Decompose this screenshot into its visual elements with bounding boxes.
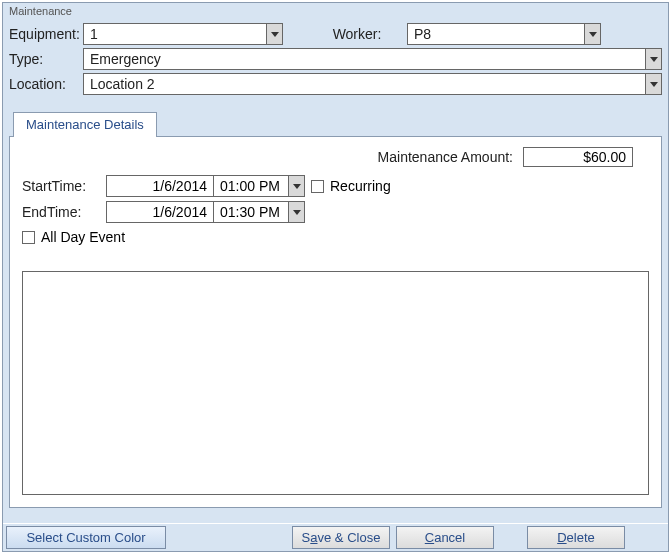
details-panel: Maintenance Amount: $60.00 StartTime: 1/… [9,136,662,508]
chevron-down-icon[interactable] [645,74,661,94]
header-section: Equipment: 1 Worker: P8 Type: Emergency … [3,20,668,104]
save-close-button[interactable]: Save & Close [292,526,390,549]
type-label: Type: [9,51,83,67]
amount-label: Maintenance Amount: [378,149,513,165]
start-time-input[interactable]: 01:00 PM [213,175,305,197]
chevron-down-icon[interactable] [645,49,661,69]
chevron-down-icon[interactable] [266,24,282,44]
select-custom-color-button[interactable]: Select Custom Color [6,526,166,549]
amount-input[interactable]: $60.00 [523,147,633,167]
end-time-input[interactable]: 01:30 PM [213,201,305,223]
tab-maintenance-details[interactable]: Maintenance Details [13,112,157,137]
endtime-label: EndTime: [22,204,106,220]
recurring-checkbox[interactable]: Recurring [311,178,391,194]
location-value: Location 2 [84,74,645,94]
allday-checkbox[interactable]: All Day Event [22,229,649,245]
end-date-input[interactable]: 1/6/2014 [106,201,213,223]
window-title: Maintenance [3,3,668,20]
content-area: Maintenance Details Maintenance Amount: … [9,112,662,511]
chevron-down-icon[interactable] [584,24,600,44]
footer-bar: Select Custom Color Save & Close Cancel … [3,523,668,551]
start-date-input[interactable]: 1/6/2014 [106,175,213,197]
delete-button[interactable]: Delete [527,526,625,549]
start-time-value: 01:00 PM [214,176,288,196]
location-label: Location: [9,76,83,92]
end-date-value: 1/6/2014 [107,202,213,222]
cancel-button[interactable]: Cancel [396,526,494,549]
allday-label: All Day Event [41,229,125,245]
worker-value: P8 [408,24,584,44]
equipment-label: Equipment: [9,26,83,42]
chevron-down-icon[interactable] [288,202,304,222]
location-combo[interactable]: Location 2 [83,73,662,95]
starttime-label: StartTime: [22,178,106,194]
checkbox-icon [311,180,324,193]
notes-textarea[interactable] [22,271,649,495]
end-time-value: 01:30 PM [214,202,288,222]
chevron-down-icon[interactable] [288,176,304,196]
recurring-label: Recurring [330,178,391,194]
equipment-combo[interactable]: 1 [83,23,283,45]
type-value: Emergency [84,49,645,69]
maintenance-dialog: Maintenance Equipment: 1 Worker: P8 Type… [2,2,669,552]
equipment-value: 1 [84,24,266,44]
worker-label: Worker: [307,26,407,42]
type-combo[interactable]: Emergency [83,48,662,70]
worker-combo[interactable]: P8 [407,23,601,45]
checkbox-icon [22,231,35,244]
start-date-value: 1/6/2014 [107,176,213,196]
